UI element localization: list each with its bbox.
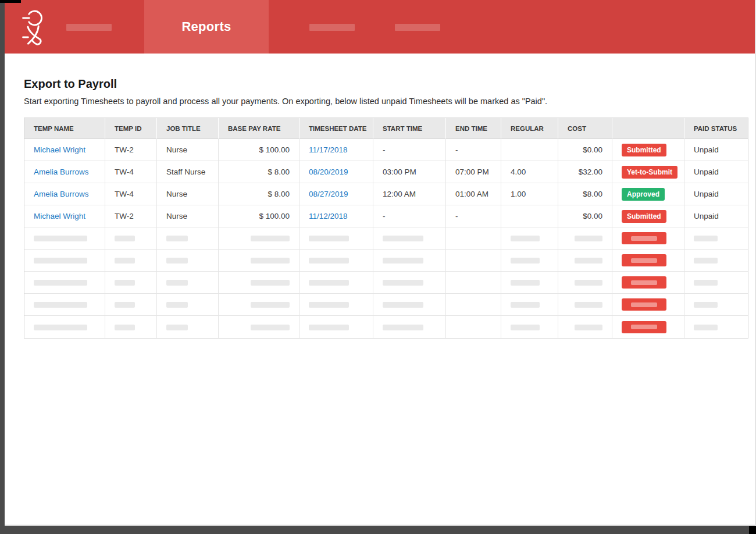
column-header-cost: COST xyxy=(558,118,612,139)
column-header-temp-id: TEMP ID xyxy=(105,118,157,139)
skeleton-bar xyxy=(34,280,87,286)
skeleton-bar xyxy=(166,236,188,241)
skeleton-bar xyxy=(383,280,423,286)
skeleton-bar xyxy=(383,302,423,308)
skeleton-bar xyxy=(115,280,135,286)
status-badge: Yet-to-Submit xyxy=(622,166,677,179)
base-pay-rate-cell: $ 8.00 xyxy=(219,161,299,183)
skeleton-status-badge xyxy=(622,232,666,244)
page-description: Start exporting Timesheets to payroll an… xyxy=(24,95,755,107)
skeleton-bar xyxy=(166,258,188,264)
skeleton-bar xyxy=(115,236,135,241)
cost-cell: $8.00 xyxy=(558,183,612,205)
end-time-cell: 07:00 PM xyxy=(446,161,501,183)
paid-status-cell: Unpaid xyxy=(684,205,748,227)
start-time-cell: - xyxy=(373,139,446,161)
skeleton-bar xyxy=(166,280,188,286)
skeleton-bar xyxy=(309,325,349,330)
start-time-cell: - xyxy=(373,205,446,227)
end-time-cell: - xyxy=(446,205,501,227)
regular-cell xyxy=(501,205,558,227)
timesheet-date-link[interactable]: 08/27/2019 xyxy=(309,190,348,198)
status-badge: Approved xyxy=(622,188,665,201)
column-header-start-time: START TIME xyxy=(373,118,446,139)
column-header-status xyxy=(612,118,684,139)
window-corner-bottom-right xyxy=(749,526,756,534)
tab-reports[interactable]: Reports xyxy=(144,0,269,54)
status-badge: Submitted xyxy=(622,144,666,156)
skeleton-bar xyxy=(309,258,349,264)
column-header-temp-name: TEMP NAME xyxy=(24,118,105,139)
paid-status-cell: Unpaid xyxy=(684,139,748,161)
temp-name-link[interactable]: Michael Wright xyxy=(34,212,85,220)
base-pay-rate-cell: $ 100.00 xyxy=(219,139,299,161)
skeleton-bar xyxy=(115,302,135,308)
skeleton-bar xyxy=(511,302,540,308)
main-content: Export to Payroll Start exporting Timesh… xyxy=(5,54,755,339)
start-time-cell: 12:00 AM xyxy=(373,183,446,205)
skeleton-bar xyxy=(309,236,349,241)
paid-status-cell: Unpaid xyxy=(684,161,748,183)
timesheet-date-link[interactable]: 11/12/2018 xyxy=(309,212,348,220)
nav-item-placeholder-1[interactable] xyxy=(66,24,112,31)
skeleton-bar xyxy=(34,236,87,241)
skeleton-bar xyxy=(694,258,718,264)
timesheet-date-link[interactable]: 11/17/2018 xyxy=(309,145,348,154)
skeleton-table-row xyxy=(24,294,748,316)
app-logo-icon[interactable] xyxy=(20,9,48,46)
temp-name-link[interactable]: Amelia Burrows xyxy=(34,190,89,198)
base-pay-rate-cell: $ 8.00 xyxy=(219,183,299,205)
table-row: Michael Wright TW-2 Nurse $ 100.00 11/17… xyxy=(24,139,748,161)
skeleton-bar xyxy=(511,258,540,264)
skeleton-bar xyxy=(631,258,657,263)
regular-cell: 4.00 xyxy=(501,161,558,183)
timesheet-table: TEMP NAME TEMP ID JOB TITLE BASE PAY RAT… xyxy=(24,118,748,339)
temp-name-link[interactable]: Amelia Burrows xyxy=(34,168,89,176)
nav-item-placeholder-2[interactable] xyxy=(309,24,355,31)
job-title-cell: Staff Nurse xyxy=(157,161,219,183)
status-badge: Submitted xyxy=(622,210,666,223)
skeleton-bar xyxy=(511,236,540,241)
temp-name-link[interactable]: Michael Wright xyxy=(34,145,85,154)
skeleton-status-badge xyxy=(622,321,666,333)
job-title-cell: Nurse xyxy=(157,205,219,227)
skeleton-status-badge xyxy=(622,254,666,266)
skeleton-table-row xyxy=(24,250,748,272)
column-header-regular: REGULAR xyxy=(501,118,558,139)
timesheet-date-link[interactable]: 08/20/2019 xyxy=(309,168,348,176)
regular-cell: 1.00 xyxy=(501,183,558,205)
skeleton-bar xyxy=(631,325,657,329)
table-row: Michael Wright TW-2 Nurse $ 100.00 11/12… xyxy=(24,205,748,227)
table-header-row: TEMP NAME TEMP ID JOB TITLE BASE PAY RAT… xyxy=(24,118,748,139)
cost-cell: $0.00 xyxy=(558,139,612,161)
temp-id-cell: TW-2 xyxy=(105,139,157,161)
tab-reports-label: Reports xyxy=(181,19,231,34)
job-title-cell: Nurse xyxy=(157,139,219,161)
skeleton-table-row xyxy=(24,316,748,338)
column-header-end-time: END TIME xyxy=(446,118,501,139)
skeleton-bar xyxy=(34,302,87,308)
skeleton-bar xyxy=(575,236,602,241)
skeleton-status-badge xyxy=(622,276,666,289)
nav-item-placeholder-3[interactable] xyxy=(395,24,440,31)
skeleton-bar xyxy=(115,325,135,330)
skeleton-bar xyxy=(383,258,423,264)
temp-id-cell: TW-4 xyxy=(105,161,157,183)
table-body: Michael Wright TW-2 Nurse $ 100.00 11/17… xyxy=(24,139,748,338)
skeleton-bar xyxy=(251,302,290,308)
window-corner-top-left xyxy=(0,0,21,3)
skeleton-bar xyxy=(631,280,657,285)
skeleton-bar xyxy=(694,325,718,330)
skeleton-bar xyxy=(383,236,423,241)
temp-id-cell: TW-2 xyxy=(105,205,157,227)
timesheet-table-container: TEMP NAME TEMP ID JOB TITLE BASE PAY RAT… xyxy=(24,118,748,339)
skeleton-bar xyxy=(251,258,290,264)
cost-cell: $0.00 xyxy=(558,205,612,227)
skeleton-bar xyxy=(511,280,540,286)
end-time-cell: - xyxy=(446,139,501,161)
skeleton-table-row xyxy=(24,272,748,294)
app-window: Reports Export to Payroll Start exportin… xyxy=(5,0,755,526)
temp-id-cell: TW-4 xyxy=(105,183,157,205)
skeleton-bar xyxy=(251,280,290,286)
skeleton-bar xyxy=(575,280,602,286)
